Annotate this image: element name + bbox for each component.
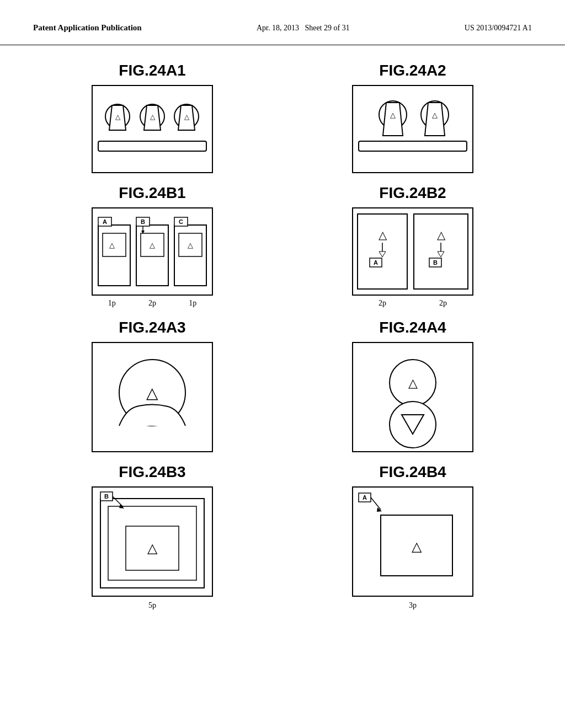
svg-text:△: △ <box>184 113 190 121</box>
svg-text:△: △ <box>412 539 422 554</box>
svg-line-64 <box>371 497 381 510</box>
svg-text:△: △ <box>390 111 396 119</box>
fig24a1-title: FIG.24A1 <box>119 62 185 79</box>
svg-text:△: △ <box>150 241 155 249</box>
fig24a3-title: FIG.24A3 <box>119 319 185 336</box>
svg-text:△: △ <box>115 113 121 121</box>
svg-text:△: △ <box>408 376 418 390</box>
figure-24a1: FIG.24A1 △ △ △ <box>33 62 271 173</box>
fig24b2-title: FIG.24B2 <box>379 184 446 202</box>
fig24a4-title: FIG.24A4 <box>379 319 446 336</box>
svg-text:A: A <box>363 494 367 501</box>
fig24b2-svg: △ A △ B <box>353 208 472 295</box>
fig24b2-box: △ A △ B <box>352 207 473 296</box>
fig24b1-labels: 1p 2p 1p <box>92 299 213 308</box>
fig24b4-svg: △ A <box>353 488 472 596</box>
svg-text:△: △ <box>437 229 446 241</box>
fig24b4-p-label: 3p <box>409 601 417 609</box>
main-content: FIG.24A1 △ △ △ FIG.24A2 <box>0 45 565 627</box>
fig24a4-svg: △ <box>353 343 472 451</box>
fig24a2-title: FIG.24A2 <box>379 62 446 79</box>
fig24b4-box: △ A <box>352 486 473 597</box>
fig24b1-label-1p-left: 1p <box>108 299 116 308</box>
fig24b1-label-1p-right: 1p <box>189 299 196 308</box>
fig24a1-box: △ △ △ <box>92 85 213 173</box>
svg-text:△: △ <box>147 540 158 555</box>
publication-label: Patent Application Publication <box>33 23 142 32</box>
svg-text:△: △ <box>379 229 387 241</box>
figure-24a2: FIG.24A2 △ △ <box>294 62 532 173</box>
fig24a3-svg: △ <box>93 343 212 451</box>
fig24b1-label-2p: 2p <box>148 299 156 308</box>
svg-text:△: △ <box>150 113 156 121</box>
fig24b4-title: FIG.24B4 <box>379 463 446 481</box>
svg-text:A: A <box>374 259 378 266</box>
svg-text:△: △ <box>188 241 193 249</box>
figure-24b2: FIG.24B2 △ A △ B <box>294 184 532 308</box>
fig24a1-svg: △ △ △ <box>93 86 212 172</box>
fig24b3-title: FIG.24B3 <box>119 463 185 481</box>
fig24b3-box: △ B <box>92 486 213 597</box>
svg-marker-12 <box>383 103 403 136</box>
svg-text:△: △ <box>146 384 158 402</box>
svg-text:△: △ <box>432 111 438 119</box>
svg-marker-15 <box>425 103 445 136</box>
svg-text:△: △ <box>109 241 115 249</box>
figure-24a3: FIG.24A3 △ <box>33 319 271 452</box>
svg-text:A: A <box>103 218 107 225</box>
fig24b3-label: 5p <box>148 600 156 610</box>
figure-24b1: FIG.24B1 △ A △ B <box>33 184 271 308</box>
fig24b1-title: FIG.24B1 <box>119 184 185 202</box>
svg-text:C: C <box>179 218 183 225</box>
header-center: Apr. 18, 2013 Sheet 29 of 31 <box>257 22 350 34</box>
fig24a4-box: △ <box>352 342 473 452</box>
svg-rect-10 <box>359 141 467 151</box>
fig24b2-label-2p-right: 2p <box>439 299 447 308</box>
fig24b4-label: 3p <box>409 600 417 610</box>
fig24b1-box: △ A △ B △ C <box>92 207 213 296</box>
figure-24b4: FIG.24B4 △ A 3p <box>294 463 532 610</box>
header-left: Patent Application Publication <box>33 22 142 34</box>
figure-24a4: FIG.24A4 △ <box>294 319 532 452</box>
fig24b2-labels: 2p 2p <box>352 299 473 308</box>
svg-text:B: B <box>433 259 438 266</box>
fig24b3-svg: △ B <box>93 488 212 596</box>
page-header: Patent Application Publication Apr. 18, … <box>0 0 565 45</box>
fig24a2-box: △ △ <box>352 85 473 173</box>
fig24a3-box: △ <box>92 342 213 452</box>
svg-rect-0 <box>98 141 206 151</box>
patent-number: US 2013/0094721 A1 <box>465 24 532 32</box>
header-right: US 2013/0094721 A1 <box>465 22 532 34</box>
svg-text:B: B <box>141 218 145 225</box>
svg-text:B: B <box>104 493 109 500</box>
date-sheet: Apr. 18, 2013 Sheet 29 of 31 <box>257 24 350 32</box>
fig24b2-label-2p-left: 2p <box>379 299 386 308</box>
fig24b1-svg: △ A △ B △ C <box>93 208 212 295</box>
fig24a2-svg: △ △ <box>353 86 472 172</box>
fig24b3-p-label: 5p <box>148 601 156 609</box>
figure-24b3: FIG.24B3 △ B 5p <box>33 463 271 610</box>
